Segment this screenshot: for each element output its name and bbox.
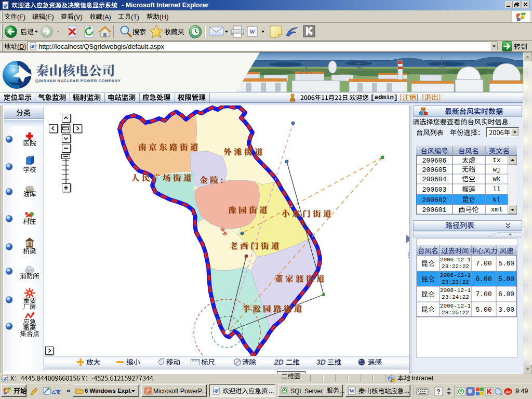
svg-text:W: W	[349, 388, 355, 394]
svg-text:?: ?	[436, 388, 440, 395]
svg-text:P: P	[147, 388, 150, 394]
svg-text:aa: aa	[506, 389, 511, 394]
svg-text:e: e	[4, 376, 6, 382]
svg-text:e: e	[215, 388, 218, 394]
